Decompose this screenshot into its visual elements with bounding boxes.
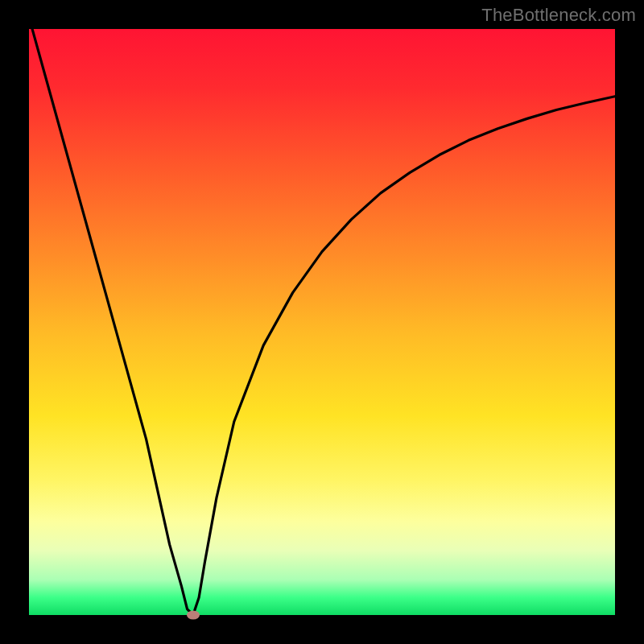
watermark-text: TheBottleneck.com bbox=[481, 5, 636, 26]
chart-frame: TheBottleneck.com bbox=[0, 0, 644, 644]
optimal-point-marker bbox=[187, 611, 200, 620]
plot-area bbox=[29, 29, 615, 615]
bottleneck-curve bbox=[29, 29, 615, 615]
